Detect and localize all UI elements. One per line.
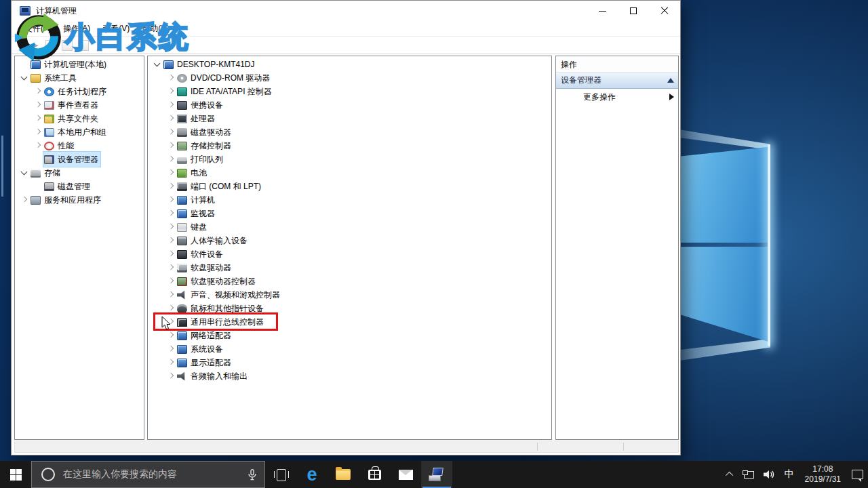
chevron-collapsed-icon[interactable] [167, 250, 175, 258]
ime-indicator[interactable]: 中 [780, 461, 799, 488]
chevron-collapsed-icon[interactable] [167, 74, 175, 82]
title-bar[interactable]: 计算机管理 [12, 1, 680, 21]
chevron-collapsed-icon[interactable] [167, 223, 175, 231]
chevron-collapsed-icon[interactable] [34, 101, 42, 109]
tree-item-ide-ata-atapi-controllers[interactable]: IDE ATA/ATAPI 控制器 [148, 85, 551, 98]
tree-item-usb-controllers[interactable]: 通用串行总线控制器 [148, 315, 551, 329]
action-center-button[interactable] [847, 461, 868, 488]
chevron-expanded-icon[interactable] [153, 60, 161, 68]
tree-item-floppy-drive-controllers[interactable]: 软盘驱动器控制器 [148, 274, 551, 288]
tree-item-system-tools[interactable]: 系统工具 [15, 71, 144, 85]
chevron-collapsed-icon[interactable] [167, 155, 175, 163]
chevron-collapsed-icon[interactable] [167, 101, 175, 109]
toolbar-properties-icon[interactable] [62, 40, 73, 51]
tree-item-shared-folders[interactable]: 共享文件夹 [15, 112, 144, 125]
tree-item-storage[interactable]: 存储 [15, 166, 144, 180]
tree-item-display-adapters[interactable]: 显示适配器 [148, 356, 551, 369]
chevron-collapsed-icon[interactable] [34, 142, 42, 150]
chevron-collapsed-icon[interactable] [167, 128, 175, 136]
chevron-collapsed-icon[interactable] [167, 304, 175, 312]
chevron-collapsed-icon[interactable] [34, 115, 42, 123]
taskbar-mail-button[interactable] [390, 461, 421, 488]
collapse-arrow-icon[interactable] [667, 78, 674, 83]
taskbar-search-box[interactable]: 在这里输入你要搜索的内容 [31, 461, 265, 488]
chevron-collapsed-icon[interactable] [167, 182, 175, 190]
tree-item-performance[interactable]: 性能 [15, 139, 144, 152]
tree-item-task-scheduler[interactable]: 任务计划程序 [15, 85, 144, 98]
tree-item-device-manager[interactable]: 设备管理器 [15, 152, 144, 166]
tree-item-batteries[interactable]: 电池 [148, 166, 551, 180]
tree-item-computer-management-local[interactable]: 计算机管理(本地) [15, 58, 144, 71]
tree-item-audio-inputs-outputs[interactable]: 音频输入和输出 [148, 369, 551, 383]
tree-item-system-devices[interactable]: 系统设备 [148, 342, 551, 356]
tray-overflow-button[interactable] [723, 461, 738, 488]
menu-help[interactable]: 帮助(H) [136, 22, 176, 36]
tree-item-sound-video-game-controllers[interactable]: 声音、视频和游戏控制器 [148, 288, 551, 302]
tree-item-disk-drives[interactable]: 磁盘驱动器 [148, 125, 551, 139]
tree-item-local-users-groups[interactable]: 本地用户和组 [15, 125, 144, 139]
actions-section-header[interactable]: 设备管理器 [556, 73, 678, 89]
console-tree-pane[interactable]: 计算机管理(本地)系统工具任务计划程序事件查看器共享文件夹本地用户和组性能设备管… [14, 56, 144, 440]
chevron-collapsed-icon[interactable] [167, 331, 175, 340]
chevron-collapsed-icon[interactable] [167, 318, 175, 326]
chevron-collapsed-icon[interactable] [167, 142, 175, 150]
taskbar-edge-button[interactable]: e [296, 461, 328, 488]
microphone-icon[interactable] [248, 469, 256, 481]
taskbar-clock[interactable]: 17:08 2019/7/31 [799, 461, 847, 488]
tree-item-desktop-root[interactable]: DESKTOP-KMT41DJ [148, 58, 551, 71]
chevron-collapsed-icon[interactable] [34, 128, 42, 136]
chevron-collapsed-icon[interactable] [167, 115, 175, 123]
chevron-collapsed-icon[interactable] [20, 196, 28, 204]
taskbar-store-button[interactable] [359, 461, 390, 488]
tree-item-dvd-cdrom-drives[interactable]: DVD/CD-ROM 驱动器 [148, 71, 551, 85]
tree-item-disk-management[interactable]: 磁盘管理 [15, 180, 144, 193]
more-actions-item[interactable]: 更多操作 [556, 89, 678, 105]
tree-item-storage-controllers[interactable]: 存储控制器 [148, 139, 551, 152]
tree-item-event-viewer[interactable]: 事件查看器 [15, 98, 144, 112]
network-status-button[interactable] [738, 461, 759, 488]
close-button[interactable] [649, 1, 680, 21]
tree-item-processors[interactable]: 处理器 [148, 112, 551, 125]
taskbar-file-explorer-button[interactable] [328, 461, 359, 488]
tree-item-keyboards[interactable]: 键盘 [148, 220, 551, 234]
taskbar-computer-management-button[interactable] [421, 461, 452, 488]
volume-button[interactable] [759, 461, 780, 488]
tree-item-network-adapters[interactable]: 网络适配器 [148, 329, 551, 342]
chevron-collapsed-icon[interactable] [167, 209, 175, 218]
toolbar-console-icon[interactable] [45, 40, 56, 51]
forward-arrow-icon[interactable]: ► [31, 40, 40, 50]
chevron-collapsed-icon[interactable] [167, 264, 175, 272]
chevron-collapsed-icon[interactable] [167, 196, 175, 204]
chevron-collapsed-icon[interactable] [167, 87, 175, 96]
menu-action[interactable]: 操作(A) [57, 22, 96, 36]
chevron-collapsed-icon[interactable] [167, 169, 175, 177]
tree-item-print-queues[interactable]: 打印队列 [148, 152, 551, 166]
chevron-collapsed-icon[interactable] [167, 277, 175, 285]
tree-item-computer[interactable]: 计算机 [148, 193, 551, 207]
tree-item-human-interface-devices[interactable]: 人体学输入设备 [148, 234, 551, 247]
chevron-collapsed-icon[interactable] [167, 359, 175, 367]
menu-view[interactable]: 查看(V) [96, 22, 136, 36]
tree-item-portable-devices[interactable]: 便携设备 [148, 98, 551, 112]
tree-item-software-devices[interactable]: 软件设备 [148, 247, 551, 261]
tree-item-monitors[interactable]: 监视器 [148, 207, 551, 220]
back-arrow-icon[interactable]: ◄ [17, 40, 26, 50]
chevron-collapsed-icon[interactable] [167, 372, 175, 380]
chevron-collapsed-icon[interactable] [34, 87, 42, 96]
tree-item-floppy-drives[interactable]: 软盘驱动器 [148, 261, 551, 274]
tree-item-mice-pointing-devices[interactable]: 鼠标和其他指针设备 [148, 302, 551, 315]
chevron-collapsed-icon[interactable] [167, 291, 175, 299]
device-list-pane[interactable]: DESKTOP-KMT41DJDVD/CD-ROM 驱动器IDE ATA/ATA… [147, 56, 552, 440]
minimize-button[interactable] [587, 1, 618, 21]
chevron-expanded-icon[interactable] [20, 74, 28, 82]
tree-item-ports-com-lpt[interactable]: 端口 (COM 和 LPT) [148, 180, 551, 193]
toolbar-help-icon[interactable] [78, 40, 89, 51]
start-button[interactable] [0, 461, 31, 488]
task-view-button[interactable] [265, 461, 296, 488]
tree-item-services-applications[interactable]: 服务和应用程序 [15, 193, 144, 207]
maximize-button[interactable] [618, 1, 649, 21]
chevron-collapsed-icon[interactable] [167, 237, 175, 245]
chevron-expanded-icon[interactable] [20, 169, 28, 177]
menu-file[interactable]: 文件(F) [18, 22, 57, 36]
chevron-collapsed-icon[interactable] [167, 345, 175, 353]
